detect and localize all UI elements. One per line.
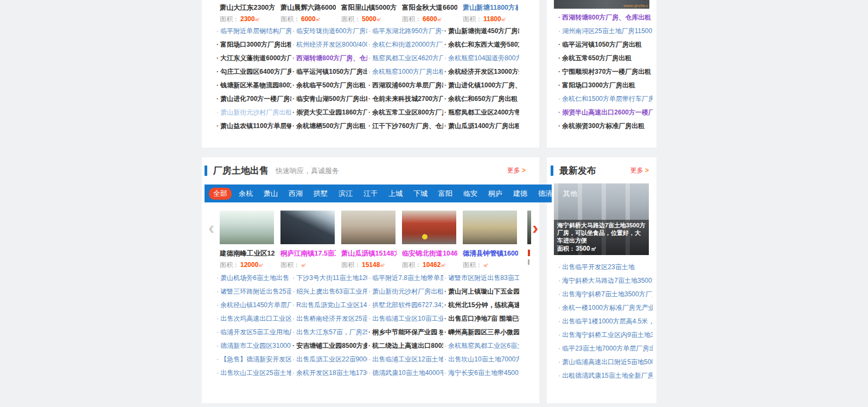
listing-link[interactable]: 出售临浦工业区12亩土地80... bbox=[368, 355, 443, 364]
listing-link[interactable]: 余杭一楼1000方标准厂房无产业限... bbox=[558, 303, 653, 313]
listing-link[interactable]: 余杭径山镇1450方单层厂房... bbox=[216, 301, 291, 310]
district-tab[interactable]: 德清 bbox=[533, 189, 558, 199]
listing-link[interactable]: 崇贤半山高速出口2600方一楼厂房... bbox=[558, 108, 653, 117]
listing-link[interactable]: 富阳场口3000方厂房出租 bbox=[216, 40, 291, 49]
listing-link[interactable]: 宁围顺坝村370方一楼厂房出租 bbox=[558, 67, 653, 77]
listing-link[interactable]: 出售店口净地7亩 围墙已打好 bbox=[444, 314, 519, 323]
listing-link[interactable]: 余杭仁和街道20000方厂房... bbox=[368, 40, 443, 49]
listing-card-title[interactable]: 萧山新塘11800方标... bbox=[463, 3, 518, 12]
listing-link[interactable]: 余杭仁和650方厂房出租 bbox=[444, 94, 519, 104]
listing-photo[interactable] bbox=[341, 211, 395, 244]
district-tab[interactable]: 全部 bbox=[209, 188, 232, 200]
district-tab[interactable]: 建德 bbox=[508, 189, 533, 199]
district-tab[interactable]: 临安 bbox=[458, 189, 483, 199]
listing-link[interactable]: 出售海宁斜桥7亩土地3500方厂房 bbox=[558, 290, 653, 299]
listing-photo[interactable]: www.qhcfw.c bbox=[554, 0, 649, 9]
listing-link[interactable]: 余杭崇贤300方标准厂房出租 bbox=[558, 122, 653, 131]
listing-link[interactable]: 临浦开发区5亩工业用地厂房... bbox=[216, 328, 291, 337]
listing-link[interactable]: 下沙3号大街11亩土地1200... bbox=[292, 274, 367, 283]
listing-link[interactable]: 出售海宁斜桥工业区内9亩土地3600... bbox=[558, 330, 653, 340]
listing-link[interactable]: 余杭五常650方厂房出租 bbox=[558, 54, 653, 63]
listing-link[interactable]: 余杭五常工业区800方厂房... bbox=[368, 108, 443, 117]
listing-link[interactable]: 德清新市工业园区31000方... bbox=[216, 341, 291, 351]
listing-card-title[interactable]: 萧山大江东2300方厂... bbox=[220, 3, 275, 12]
listing-card[interactable]: 萧山晨辉六路6000方... 面积：6000㎡ bbox=[280, 3, 341, 24]
listing-link[interactable]: 余杭经济开发区13000方全... bbox=[444, 67, 519, 77]
listing-link[interactable]: 瓶窑凤都工业区4620方厂房... bbox=[368, 54, 443, 63]
listing-photo[interactable] bbox=[280, 211, 335, 244]
listing-link[interactable]: 拱墅北部软件园6727.34方... bbox=[368, 301, 443, 310]
district-tab[interactable]: 其他 bbox=[558, 189, 583, 199]
listing-link[interactable]: 西湖双浦600方单层厂房出租 bbox=[368, 81, 443, 90]
listing-link[interactable]: 湖州南浔区25亩土地厂房11500方... bbox=[558, 27, 653, 36]
listing-card[interactable]: 德清县钟管镇16000... 面积：㎡ bbox=[463, 211, 524, 270]
listing-link[interactable]: 出租德清武康15亩土地全新厂房135... bbox=[558, 371, 653, 380]
listing-link[interactable]: 安吉塘铺工业园8500方多层... bbox=[292, 341, 367, 351]
listing-link[interactable]: 临平附近单层钢结构厂房出租 bbox=[216, 27, 291, 36]
listing-card-title[interactable]: 桐庐江南镇17.5亩工... bbox=[280, 249, 336, 258]
listing-link[interactable]: 出售次坞高速出口工业区18.... bbox=[216, 314, 291, 323]
listing-card-title[interactable]: 德清县钟管镇16000... bbox=[463, 249, 518, 258]
listing-link[interactable]: 萧山进化镇1000方厂房、5... bbox=[444, 81, 519, 90]
district-tab[interactable]: 江干 bbox=[358, 189, 383, 199]
listing-link[interactable]: 海宁长安6亩土地带4500方... bbox=[444, 368, 519, 378]
listing-link[interactable]: 出售大江东57亩，厂房250... bbox=[292, 328, 367, 337]
listing-link[interactable]: 诸暨三环路附近出售25亩工... bbox=[216, 287, 291, 296]
listing-photo[interactable] bbox=[220, 211, 274, 244]
listing-link[interactable]: 临平运河镇1050方厂房出租 bbox=[292, 67, 367, 77]
listing-link[interactable]: 诸暨市区附近出售83亩工业... bbox=[444, 274, 519, 283]
listing-card[interactable]: 富阳里山镇5000方厂... 面积：5000㎡ bbox=[341, 3, 402, 24]
listing-card[interactable]: 富阳金秋大道6600方... 面积：6600㎡ bbox=[402, 3, 463, 24]
listing-card-title[interactable]: 临安锦北街道10462... bbox=[402, 249, 457, 258]
listing-link[interactable]: 临平23亩土地7000方单层厂房出售 bbox=[558, 344, 653, 353]
district-tab[interactable]: 西湖 bbox=[283, 189, 308, 199]
district-tab[interactable]: 下城 bbox=[408, 189, 433, 199]
listing-link[interactable]: 萧山临浦高速出口附近5亩地5000方... bbox=[558, 358, 653, 367]
listing-link[interactable]: 萧山益农镇1100方单层钢架... bbox=[216, 122, 291, 131]
listing-link[interactable]: 桐乡中节能环保产业园 独立... bbox=[368, 328, 443, 337]
listing-link[interactable]: 崇贤大安工业园1860方厂房... bbox=[292, 108, 367, 117]
listing-link[interactable]: 萧山河上镇璇山下五金园区1... bbox=[444, 287, 519, 296]
listing-link[interactable]: 杭二绕边上高速出口800米 ... bbox=[368, 341, 443, 351]
listing-photo[interactable] bbox=[463, 211, 517, 244]
listing-link[interactable]: 临平附近7.8亩土地带单层厂... bbox=[368, 274, 443, 283]
listing-link[interactable]: 西湖转塘800方厂房、仓库出租 bbox=[558, 13, 653, 22]
listing-link[interactable]: 临平东湖北路950方厂房一... bbox=[368, 27, 443, 36]
listing-link[interactable]: 钱塘新区米基物流园800方... bbox=[216, 81, 291, 90]
listing-link[interactable]: 出售瓜沥工业区22亩9000... bbox=[292, 355, 367, 364]
listing-card-title[interactable]: 萧山瓜沥镇15148方... bbox=[341, 249, 397, 258]
listing-card[interactable]: 桐庐江南镇17.5亩工... 面积：㎡ bbox=[280, 211, 341, 270]
listing-link[interactable]: 出售坎山工业区25亩土地20... bbox=[216, 368, 291, 378]
listing-link[interactable]: 临安青山湖500方厂房出租 bbox=[292, 94, 367, 104]
district-tab[interactable]: 滨江 bbox=[333, 189, 358, 199]
listing-link[interactable]: 杭州北15分钟，练杭高速口... bbox=[444, 301, 519, 310]
district-tab[interactable]: 桐庐 bbox=[483, 189, 508, 199]
listing-link[interactable]: 出售桥南经济开发区25亩工... bbox=[292, 314, 367, 323]
listing-link[interactable]: 勾庄工业园区6400方厂房出租 bbox=[216, 67, 291, 77]
listing-card[interactable]: 萧山瓜沥镇15148方... 面积：15148㎡ bbox=[341, 211, 402, 270]
listing-link[interactable]: 大江东义蓬街道6000方厂房... bbox=[216, 54, 291, 63]
listing-link[interactable]: 出售临平1楼1000方层高4.5米，76... bbox=[558, 317, 653, 326]
listing-link[interactable]: 萧山新塘街道450方厂房出租 bbox=[444, 27, 519, 36]
carousel-next-icon[interactable]: › bbox=[532, 218, 538, 237]
more-link[interactable]: 更多 > bbox=[630, 166, 649, 175]
listing-link[interactable]: 萧山瓜沥1400方厂房出租 bbox=[444, 122, 519, 131]
listing-link[interactable]: 嵊州高新园区三界小微园厂... bbox=[444, 328, 519, 337]
listing-link[interactable]: 临安玲珑街道600方厂房出租 bbox=[292, 27, 367, 36]
listing-card-title[interactable]: 富阳里山镇5000方厂... bbox=[341, 3, 397, 12]
listing-link[interactable]: 德清武康10亩土地4000平... bbox=[368, 368, 443, 378]
district-tab[interactable]: 上城 bbox=[383, 189, 408, 199]
listing-card-title[interactable]: 富阳金秋大道6600方... bbox=[402, 3, 457, 12]
district-tab[interactable]: 拱墅 bbox=[308, 189, 333, 199]
listing-link[interactable]: 江干下沙760方厂房、仓库... bbox=[368, 122, 443, 131]
listing-link[interactable]: 绍兴上虞出售63亩工业用地... bbox=[292, 287, 367, 296]
listing-link[interactable]: 余杭临平500方厂房出租 bbox=[292, 81, 367, 90]
listing-link[interactable]: 杭州经济开发区8000/4000... bbox=[292, 40, 367, 49]
listing-link[interactable]: 仓前未来科技城2700方厂房... bbox=[368, 94, 443, 104]
listing-link[interactable]: 富阳场口3000方厂房出租 bbox=[558, 81, 653, 90]
listing-link[interactable]: 出售临平开发区23亩土地 bbox=[558, 263, 653, 272]
listing-link[interactable]: 海宁斜桥大马路边7亩土地3500方厂... bbox=[558, 276, 653, 285]
listing-link[interactable]: 【急售】德清新安开发区29... bbox=[216, 355, 291, 364]
listing-card[interactable]: 萧山大江东2300方厂... 面积：2300㎡ bbox=[220, 3, 280, 24]
listing-link[interactable]: 萧山机场旁6亩土地出售 bbox=[216, 274, 291, 283]
